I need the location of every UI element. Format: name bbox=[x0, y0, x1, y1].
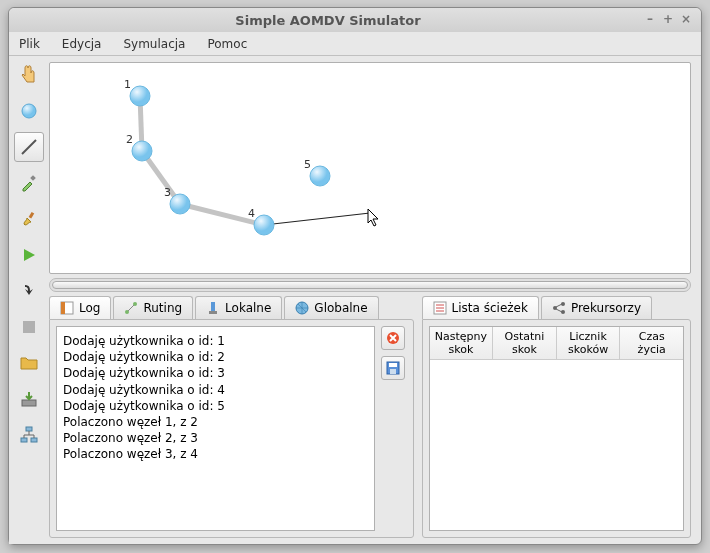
share-icon bbox=[552, 301, 566, 315]
menu-pomoc[interactable]: Pomoc bbox=[203, 35, 251, 53]
routing-icon bbox=[124, 301, 138, 315]
tab-ruting[interactable]: Ruting bbox=[113, 296, 193, 319]
svg-rect-19 bbox=[389, 363, 397, 367]
minimize-icon[interactable]: – bbox=[643, 13, 657, 27]
tab-globalne[interactable]: Globalne bbox=[284, 296, 378, 319]
th-next-hop[interactable]: Następny skok bbox=[430, 327, 494, 360]
node-2[interactable] bbox=[132, 141, 152, 161]
node-icon[interactable] bbox=[14, 96, 44, 126]
log-line: Dodaję użytkownika o id: 2 bbox=[63, 349, 368, 365]
th-last-hop[interactable]: Ostatni skok bbox=[493, 327, 557, 360]
drawing-line bbox=[264, 213, 370, 225]
tab-prekursorzy-label: Prekursorzy bbox=[571, 301, 641, 315]
global-icon bbox=[295, 301, 309, 315]
th-hop-count[interactable]: Licznik skoków bbox=[557, 327, 621, 360]
svg-rect-3 bbox=[29, 212, 35, 219]
cursor-icon bbox=[368, 209, 378, 226]
table-header: Następny skok Ostatni skok Licznik skokó… bbox=[430, 327, 683, 360]
app-window: Simple AOMDV Simulator – + × Plik Edycja… bbox=[8, 7, 702, 545]
menu-edycja[interactable]: Edycja bbox=[58, 35, 106, 53]
svg-rect-4 bbox=[23, 321, 35, 333]
node-label-2: 2 bbox=[126, 133, 133, 146]
menu-symulacja[interactable]: Symulacja bbox=[119, 35, 189, 53]
svg-rect-2 bbox=[30, 175, 36, 181]
node-3[interactable] bbox=[170, 194, 190, 214]
node-label-1: 1 bbox=[124, 78, 131, 91]
tab-prekursorzy[interactable]: Prekursorzy bbox=[541, 296, 652, 319]
save-log-button[interactable] bbox=[381, 356, 405, 380]
svg-line-13 bbox=[128, 305, 134, 311]
svg-point-0 bbox=[22, 104, 36, 118]
tab-lista-label: Lista ścieżek bbox=[452, 301, 528, 315]
menu-plik[interactable]: Plik bbox=[15, 35, 44, 53]
node-1[interactable] bbox=[130, 86, 150, 106]
tab-globalne-label: Globalne bbox=[314, 301, 367, 315]
th-ttl[interactable]: Czas życia bbox=[620, 327, 683, 360]
network-icon[interactable] bbox=[14, 420, 44, 450]
svg-rect-8 bbox=[31, 438, 37, 442]
pathlist-icon bbox=[433, 301, 447, 315]
eyedropper-icon[interactable] bbox=[14, 168, 44, 198]
svg-rect-15 bbox=[209, 311, 217, 314]
log-output[interactable]: Dodaję użytkownika o id: 1Dodaję użytkow… bbox=[56, 326, 375, 531]
titlebar: Simple AOMDV Simulator – + × bbox=[9, 8, 701, 32]
step-icon[interactable] bbox=[14, 276, 44, 306]
canvas-scrollbar[interactable] bbox=[49, 278, 691, 292]
log-line: Dodaję użytkownika o id: 5 bbox=[63, 398, 368, 414]
svg-line-1 bbox=[22, 140, 36, 154]
hand-icon[interactable] bbox=[14, 60, 44, 90]
tab-lista-sciezek[interactable]: Lista ścieżek bbox=[422, 296, 539, 319]
play-icon[interactable] bbox=[14, 240, 44, 270]
close-icon[interactable]: × bbox=[679, 13, 693, 27]
menubar: Plik Edycja Symulacja Pomoc bbox=[9, 32, 701, 56]
side-toolbar bbox=[9, 56, 49, 544]
svg-rect-5 bbox=[22, 400, 36, 406]
svg-rect-20 bbox=[390, 369, 396, 374]
log-line: Dodaję użytkownika o id: 3 bbox=[63, 365, 368, 381]
left-tabs: Log Ruting Lokalne Globalne bbox=[49, 296, 414, 319]
svg-rect-6 bbox=[26, 427, 32, 431]
log-line: Dodaję użytkownika o id: 1 bbox=[63, 333, 368, 349]
log-line: Polaczono węzeł 2, z 3 bbox=[63, 430, 368, 446]
log-line: Dodaję użytkownika o id: 4 bbox=[63, 382, 368, 398]
tab-ruting-label: Ruting bbox=[143, 301, 182, 315]
save-icon[interactable] bbox=[14, 384, 44, 414]
clear-log-button[interactable] bbox=[381, 326, 405, 350]
brush-icon[interactable] bbox=[14, 204, 44, 234]
svg-rect-14 bbox=[211, 302, 215, 311]
paths-table[interactable]: Następny skok Ostatni skok Licznik skokó… bbox=[429, 326, 684, 531]
maximize-icon[interactable]: + bbox=[661, 13, 675, 27]
log-line: Polaczono węzeł 1, z 2 bbox=[63, 414, 368, 430]
link-icon[interactable] bbox=[14, 132, 44, 162]
local-icon bbox=[206, 301, 220, 315]
node-label-3: 3 bbox=[164, 186, 171, 199]
log-line: Polaczono węzeł 3, z 4 bbox=[63, 446, 368, 462]
simulation-canvas[interactable]: 12345 bbox=[49, 62, 691, 274]
tab-lokalne-label: Lokalne bbox=[225, 301, 271, 315]
node-4[interactable] bbox=[254, 215, 274, 235]
tab-log-label: Log bbox=[79, 301, 100, 315]
node-label-4: 4 bbox=[248, 207, 255, 220]
open-icon[interactable] bbox=[14, 348, 44, 378]
svg-rect-10 bbox=[61, 302, 65, 314]
node-label-5: 5 bbox=[304, 158, 311, 171]
svg-rect-7 bbox=[21, 438, 27, 442]
tab-lokalne[interactable]: Lokalne bbox=[195, 296, 282, 319]
window-title: Simple AOMDV Simulator bbox=[17, 13, 639, 28]
log-icon bbox=[60, 301, 74, 315]
tab-log[interactable]: Log bbox=[49, 296, 111, 319]
scrollbar-thumb[interactable] bbox=[52, 281, 688, 289]
stop-icon[interactable] bbox=[14, 312, 44, 342]
node-5[interactable] bbox=[310, 166, 330, 186]
right-tabs: Lista ścieżek Prekursorzy bbox=[422, 296, 691, 319]
